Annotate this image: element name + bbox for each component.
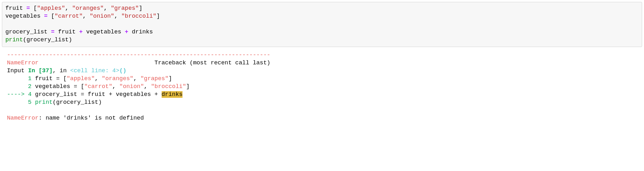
code-token: ]: [139, 5, 142, 12]
traceback-text: "carrot": [84, 83, 112, 90]
traceback-text: ]: [186, 83, 189, 90]
traceback-text: "apples": [67, 75, 95, 82]
code-token: (: [23, 37, 27, 43]
traceback-in-label: In [37]: [28, 68, 53, 74]
traceback-arrow: ---->: [7, 91, 28, 98]
traceback-text: "broccoli": [151, 83, 186, 90]
traceback-text: ,: [144, 83, 151, 90]
traceback-text: (): [119, 68, 126, 74]
traceback-text: ]: [169, 75, 172, 82]
code-token: +: [76, 29, 86, 35]
traceback-separator: ----------------------------------------…: [7, 52, 270, 58]
code-token: ): [69, 37, 72, 43]
code-token: ,: [104, 5, 111, 12]
traceback-cell-line: <cell line: 4>: [70, 68, 119, 74]
code-token: ,: [83, 13, 90, 20]
code-token: =: [23, 5, 34, 12]
code-token: grocery_list: [5, 29, 47, 35]
traceback-text: ,: [112, 83, 119, 90]
traceback-lineno: 1: [7, 75, 32, 82]
code-token: [: [34, 5, 37, 12]
traceback-label: Traceback (most recent call last): [39, 60, 270, 66]
code-token: vegetables: [86, 29, 121, 35]
traceback-text: fruit = [: [32, 75, 67, 82]
code-token: ,: [114, 13, 121, 20]
traceback-text: Input: [7, 68, 28, 74]
error-name: NameError: [7, 115, 39, 121]
traceback-text: (grocery_list): [53, 99, 102, 106]
code-token: [: [51, 13, 54, 20]
traceback-text: grocery_list = fruit + vegetables +: [32, 91, 162, 98]
code-token: "oranges": [72, 5, 104, 12]
traceback-text: ,: [95, 75, 102, 82]
code-token: print: [5, 37, 23, 43]
traceback-text: [32, 99, 35, 106]
code-token: +: [121, 29, 132, 35]
code-token: ]: [156, 13, 160, 20]
code-token: "broccoli": [121, 13, 156, 20]
traceback-text: "oranges": [102, 75, 133, 82]
traceback-text: vegetables = [: [32, 83, 84, 90]
code-token: "grapes": [111, 5, 139, 12]
code-token: ,: [65, 5, 72, 12]
code-token: drinks: [132, 29, 153, 35]
traceback-lineno: 5: [7, 99, 32, 106]
error-message: : name 'drinks' is not defined: [39, 115, 144, 121]
traceback-lineno: 4: [28, 91, 32, 98]
code-token: =: [47, 29, 58, 35]
code-token: fruit: [58, 29, 76, 35]
traceback-text: print: [35, 99, 53, 106]
code-output-cell: ----------------------------------------…: [0, 50, 644, 124]
code-token: vegetables: [5, 13, 40, 20]
error-name: NameError: [7, 60, 39, 66]
code-token: =: [40, 13, 51, 20]
code-token: grocery_list: [27, 37, 69, 43]
code-token: "apples": [37, 5, 65, 12]
code-token: fruit: [5, 5, 23, 12]
traceback-highlight: drinks: [162, 91, 183, 98]
traceback-text: "onion": [119, 83, 144, 90]
code-token: "onion": [90, 13, 115, 20]
traceback-text: , in: [53, 68, 70, 74]
code-token: "carrot": [54, 13, 83, 20]
traceback-text: "grapes": [140, 75, 169, 82]
traceback-lineno: 2: [7, 83, 32, 90]
traceback-text: ,: [133, 75, 140, 82]
code-input-cell[interactable]: fruit = ["apples", "oranges", "grapes"] …: [2, 2, 642, 47]
